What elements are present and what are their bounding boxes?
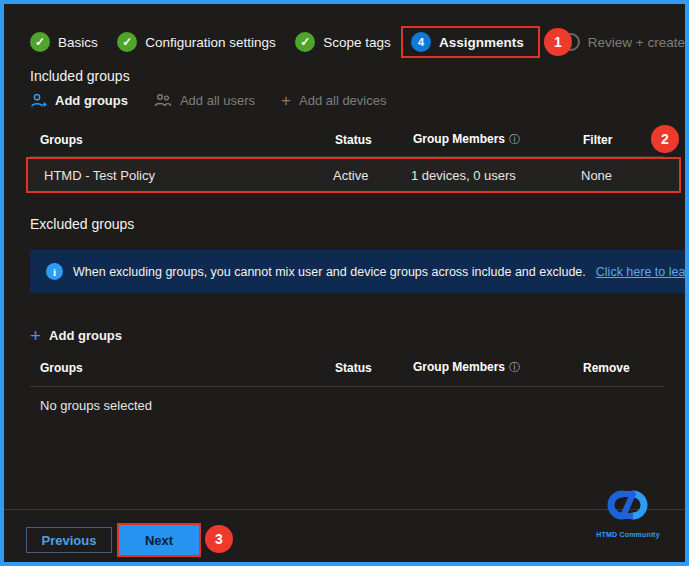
previous-button[interactable]: Previous xyxy=(26,527,112,553)
excluded-groups-heading: Excluded groups xyxy=(30,216,134,232)
included-groups-toolbar: Add groups Add all users + Add all devic… xyxy=(30,92,386,109)
annotation-box-next: Next xyxy=(117,523,201,557)
add-all-devices-label: Add all devices xyxy=(299,93,386,108)
no-groups-selected-text: No groups selected xyxy=(40,398,152,413)
column-groups: Groups xyxy=(30,133,335,147)
column-group-members: Group Membersⓘ xyxy=(413,360,583,375)
person-add-icon xyxy=(30,93,47,109)
annotation-badge-3: 3 xyxy=(205,525,233,553)
excluded-add-groups-button[interactable]: + Add groups xyxy=(30,326,122,345)
tab-basics[interactable]: ✓ Basics xyxy=(30,32,98,52)
add-all-users-label: Add all users xyxy=(180,93,255,108)
annotation-badge-1: 1 xyxy=(544,28,572,56)
annotation-badge-2: 2 xyxy=(651,125,679,153)
tab-configuration-settings-label: Configuration settings xyxy=(145,35,276,50)
tab-assignments[interactable]: 4 Assignments xyxy=(411,32,524,52)
excluded-table-header: Groups Status Group Membersⓘ Remove xyxy=(30,360,664,375)
tab-review-create-label: Review + create xyxy=(588,35,685,50)
tab-scope-tags[interactable]: ✓ Scope tags xyxy=(295,32,391,52)
included-groups-heading: Included groups xyxy=(30,68,130,84)
add-all-users-button[interactable]: Add all users xyxy=(154,93,255,108)
cell-status: Active xyxy=(333,168,411,183)
tab-scope-tags-label: Scope tags xyxy=(323,35,391,50)
check-icon: ✓ xyxy=(295,32,315,52)
annotation-box-assignments: 4 Assignments xyxy=(401,26,540,58)
footer-divider xyxy=(4,509,685,510)
plus-icon: + xyxy=(30,326,41,345)
learn-more-link[interactable]: Click here to learn more abou xyxy=(596,265,685,279)
add-groups-button[interactable]: Add groups xyxy=(30,93,128,109)
htmd-community-logo: HTMD Community xyxy=(593,486,663,538)
column-status: Status xyxy=(335,133,413,147)
cell-group-name[interactable]: HTMD - Test Policy xyxy=(28,168,333,183)
column-group-members: Group Membersⓘ xyxy=(413,132,583,147)
cell-group-members: 1 devices, 0 users xyxy=(411,168,581,183)
plus-icon: + xyxy=(281,92,291,109)
tab-review-create[interactable]: Review + create xyxy=(562,33,685,51)
wizard-window: ✓ Basics ✓ Configuration settings ✓ Scop… xyxy=(0,0,689,566)
people-icon xyxy=(154,93,172,108)
excluded-add-groups-label: Add groups xyxy=(49,328,122,343)
banner-text: When excluding groups, you cannot mix us… xyxy=(73,265,586,279)
included-group-row[interactable]: HTMD - Test Policy Active 1 devices, 0 u… xyxy=(26,157,681,193)
wizard-step-bar: ✓ Basics ✓ Configuration settings ✓ Scop… xyxy=(30,26,685,58)
info-icon[interactable]: ⓘ xyxy=(509,361,520,373)
column-groups: Groups xyxy=(30,361,335,375)
excluded-table-divider xyxy=(30,386,664,387)
add-groups-label: Add groups xyxy=(55,93,128,108)
info-icon: i xyxy=(46,263,63,280)
excluded-groups-toolbar: + Add groups xyxy=(30,326,122,345)
column-remove: Remove xyxy=(583,361,664,375)
cell-filter[interactable]: None xyxy=(581,168,679,183)
check-icon: ✓ xyxy=(30,32,50,52)
step-number-icon: 4 xyxy=(411,32,431,52)
exclusion-info-banner: i When excluding groups, you cannot mix … xyxy=(30,250,685,293)
next-button[interactable]: Next xyxy=(119,525,199,555)
htmd-community-label: HTMD Community xyxy=(593,531,663,538)
tab-basics-label: Basics xyxy=(58,35,98,50)
included-table-header: Groups Status Group Membersⓘ Filter xyxy=(30,132,664,147)
htmd-logo-icon xyxy=(600,486,656,526)
info-icon[interactable]: ⓘ xyxy=(509,133,520,145)
column-status: Status xyxy=(335,361,413,375)
tab-configuration-settings[interactable]: ✓ Configuration settings xyxy=(117,32,276,52)
tab-assignments-label: Assignments xyxy=(439,35,524,50)
add-all-devices-button[interactable]: + Add all devices xyxy=(281,92,386,109)
check-icon: ✓ xyxy=(117,32,137,52)
